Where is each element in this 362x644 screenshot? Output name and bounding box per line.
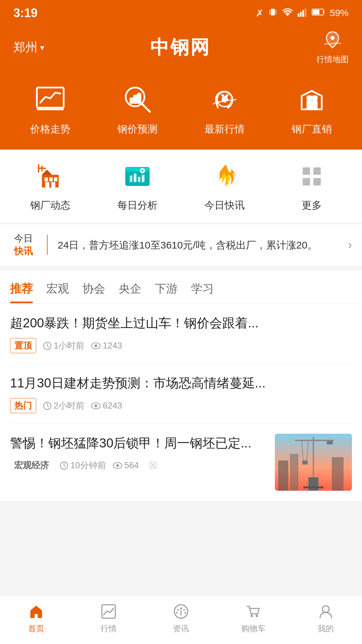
grid-icon [295, 160, 328, 193]
svg-point-51 [95, 344, 97, 347]
svg-rect-48 [313, 178, 321, 185]
secondary-nav-daily[interactable]: 每日分析 [94, 160, 181, 212]
svg-rect-25 [307, 96, 311, 100]
latest-price-icon: ¥ [206, 81, 243, 118]
svg-rect-7 [305, 8, 306, 17]
ticker-name: 快讯 [14, 245, 33, 258]
svg-rect-67 [302, 461, 308, 465]
location-button[interactable]: 郑州 ▾ [13, 39, 44, 56]
news-item-3[interactable]: 警惕！钢坯猛降30后锁甲！周一钢坯已定... 宏观经济 10分钟前 564 ☒ [10, 424, 352, 501]
secondary-nav-more[interactable]: 更多 [268, 160, 355, 212]
svg-rect-37 [126, 171, 149, 172]
quick-nav-factory-direct[interactable]: 钢厂直销 [268, 81, 355, 136]
svg-rect-60 [290, 454, 298, 491]
tab-central[interactable]: 央企 [119, 281, 141, 303]
svg-point-81 [322, 606, 329, 612]
steel-forecast-icon [119, 81, 156, 118]
svg-rect-20 [138, 94, 140, 103]
news-views-1: 1243 [91, 340, 122, 351]
svg-point-3 [287, 14, 289, 16]
quick-nav-steel-forecast-label: 钢价预测 [117, 122, 158, 136]
svg-point-79 [251, 615, 253, 617]
daily-analysis-icon [121, 160, 154, 193]
bottom-nav-home-label: 首页 [28, 623, 44, 634]
svg-rect-32 [54, 177, 57, 181]
quick-nav-latest-price[interactable]: ¥ 最新行情 [181, 81, 268, 136]
bottom-nav-home[interactable]: 首页 [0, 602, 72, 634]
news-ticker[interactable]: 今日 快讯 24日，普方坯追涨10至3610元/吨，含税出厂，累计涨20。 › [0, 224, 362, 266]
svg-line-17 [142, 104, 150, 112]
svg-rect-19 [134, 96, 137, 103]
svg-rect-45 [303, 167, 310, 175]
close-icon[interactable]: ☒ [149, 460, 157, 471]
factory-direct-icon [293, 81, 330, 118]
svg-point-77 [176, 612, 178, 614]
svg-rect-9 [313, 10, 319, 14]
news-time-1: 1小时前 [43, 340, 84, 352]
bottom-nav-mine-label: 我的 [318, 623, 334, 634]
signal-icon [298, 7, 307, 19]
ticker-label: 今日 快讯 [10, 232, 37, 258]
cart-icon [244, 602, 262, 621]
svg-point-74 [183, 609, 185, 611]
bottom-nav: 首页 行情 资讯 [0, 595, 362, 644]
secondary-nav-factory[interactable]: 钢厂动态 [7, 160, 94, 212]
battery-icon [312, 8, 325, 18]
battery-percent: 59% [330, 8, 349, 18]
news-title-3: 警惕！钢坯猛降30后锁甲！周一钢坯已定... [10, 434, 268, 453]
bottom-nav-mine[interactable]: 我的 [290, 602, 362, 634]
ticker-divider [47, 235, 48, 255]
svg-rect-40 [138, 177, 140, 182]
info-icon [172, 602, 190, 621]
svg-point-76 [177, 609, 179, 611]
news-views-2: 6243 [91, 400, 122, 411]
bottom-nav-info-label: 资讯 [173, 623, 189, 634]
secondary-nav-more-label: 更多 [302, 199, 322, 212]
secondary-nav-flash[interactable]: 今日快讯 [181, 160, 268, 212]
secondary-nav-flash-label: 今日快讯 [204, 199, 245, 212]
svg-point-27 [307, 103, 309, 105]
tab-macro[interactable]: 宏观 [46, 281, 69, 303]
news-time-3: 10分钟前 [60, 460, 106, 471]
header: 郑州 ▾ 中钢网 行情地图 [0, 23, 362, 74]
quick-nav-latest-price-label: 最新行情 [204, 122, 245, 136]
news-thumb-3 [275, 434, 352, 491]
news-meta-2: 热门 2小时前 6243 [10, 398, 352, 413]
svg-rect-38 [130, 175, 132, 182]
tab-association[interactable]: 协会 [82, 281, 105, 303]
news-tag-3: 宏观经济 [10, 458, 53, 473]
vibrate-icon [268, 7, 278, 19]
bluetooth-icon: ✗ [256, 8, 263, 19]
svg-rect-69 [308, 477, 318, 491]
bottom-nav-market[interactable]: 行情 [72, 602, 145, 634]
news-item-1[interactable]: 超200暴跌！期货坐上过山车！钢价会跟着... 置顶 1小时前 1243 [10, 304, 352, 364]
svg-rect-18 [130, 98, 133, 103]
app-title: 中钢网 [150, 35, 210, 60]
svg-point-73 [180, 607, 182, 609]
tab-recommend[interactable]: 推荐 [10, 281, 33, 303]
tab-downstream[interactable]: 下游 [155, 281, 178, 303]
status-bar: 3:19 ✗ 59% [0, 0, 362, 23]
bottom-nav-cart[interactable]: 购物车 [217, 602, 290, 634]
quick-nav: 价格走势 钢价预测 ¥ 最新行情 [0, 74, 362, 150]
status-time: 3:19 [13, 6, 38, 20]
news-text-3: 警惕！钢坯猛降30后锁甲！周一钢坯已定... 宏观经济 10分钟前 564 ☒ [10, 434, 268, 473]
svg-point-80 [256, 615, 258, 617]
tab-learning[interactable]: 学习 [191, 281, 214, 303]
news-meta-3: 宏观经济 10分钟前 564 ☒ [10, 458, 268, 473]
news-title-2: 11月30日建材走势预测：市场恐高情绪蔓延... [10, 374, 352, 393]
svg-rect-34 [51, 182, 55, 187]
quick-nav-steel-forecast[interactable]: 钢价预测 [94, 81, 181, 136]
bottom-nav-market-label: 行情 [101, 623, 117, 634]
news-meta-1: 置顶 1小时前 1243 [10, 338, 352, 353]
news-tag-1: 置顶 [10, 338, 36, 353]
news-item-2[interactable]: 11月30日建材走势预测：市场恐高情绪蔓延... 热门 2小时前 6243 [10, 364, 352, 424]
svg-rect-39 [134, 173, 136, 182]
quick-nav-price-trend[interactable]: 价格走势 [7, 81, 94, 136]
bottom-nav-info[interactable]: 资讯 [145, 602, 217, 634]
bottom-spacer [0, 501, 362, 548]
wifi-icon [282, 7, 293, 19]
map-button[interactable]: 行情地图 [316, 30, 349, 65]
news-inner-3: 警惕！钢坯猛降30后锁甲！周一钢坯已定... 宏观经济 10分钟前 564 ☒ [10, 434, 352, 491]
news-views-3: 564 [113, 460, 139, 471]
